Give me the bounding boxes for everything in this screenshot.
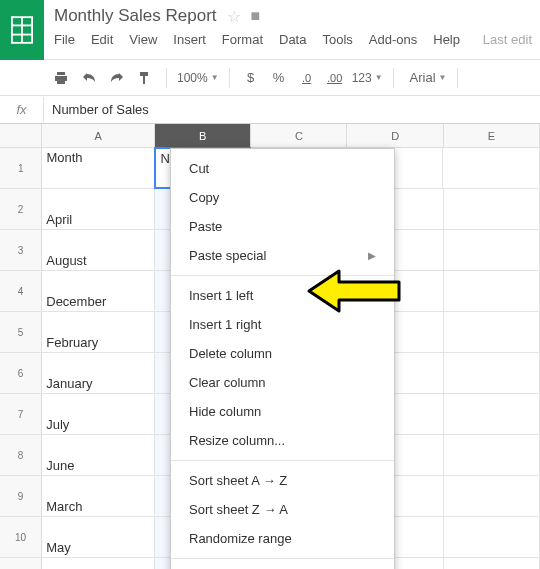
cell[interactable]	[444, 312, 540, 352]
cell[interactable]: January	[42, 353, 155, 393]
row-header[interactable]: 8	[0, 435, 42, 475]
menu-view[interactable]: View	[129, 32, 157, 47]
paint-format-icon[interactable]	[134, 67, 156, 89]
cell[interactable]: August	[42, 230, 155, 270]
context-menu: Cut Copy Paste Paste special▶ Insert 1 l…	[170, 148, 395, 569]
cell[interactable]	[444, 517, 540, 557]
zoom-select[interactable]: 100%▼	[177, 71, 219, 85]
row-header[interactable]: 11	[0, 558, 42, 569]
column-header-c[interactable]: C	[251, 124, 347, 147]
menu-help[interactable]: Help	[433, 32, 460, 47]
submenu-arrow-icon: ▶	[368, 250, 376, 261]
star-icon[interactable]: ☆	[227, 7, 241, 26]
context-paste[interactable]: Paste	[171, 212, 394, 241]
cell[interactable]	[444, 394, 540, 434]
menu-separator	[171, 460, 394, 461]
font-select[interactable]: Arial▼	[410, 70, 447, 85]
context-paste-special[interactable]: Paste special▶	[171, 241, 394, 270]
row-header[interactable]: 5	[0, 312, 42, 352]
currency-button[interactable]: $	[240, 67, 262, 89]
percent-button[interactable]: %	[268, 67, 290, 89]
cell[interactable]	[443, 148, 540, 188]
cell[interactable]	[444, 558, 540, 569]
increase-decimal-button[interactable]: .00	[324, 67, 346, 89]
column-header-a[interactable]: A	[42, 124, 155, 147]
row-header[interactable]: 10	[0, 517, 42, 557]
cell[interactable]	[444, 271, 540, 311]
cell[interactable]: February	[42, 312, 155, 352]
row-header[interactable]: 9	[0, 476, 42, 516]
menu-edit[interactable]: Edit	[91, 32, 113, 47]
folder-icon[interactable]: ■	[251, 7, 261, 25]
last-edit-link[interactable]: Last edit	[483, 32, 540, 47]
context-copy[interactable]: Copy	[171, 183, 394, 212]
menu-bar: File Edit View Insert Format Data Tools …	[54, 32, 540, 47]
cell[interactable]: November	[42, 558, 155, 569]
cell[interactable]: Month	[42, 148, 155, 188]
undo-icon[interactable]	[78, 67, 100, 89]
menu-tools[interactable]: Tools	[322, 32, 352, 47]
number-format-select[interactable]: 123▼	[352, 71, 383, 85]
menu-separator	[171, 558, 394, 559]
context-randomize[interactable]: Randomize range	[171, 524, 394, 553]
row-header[interactable]: 6	[0, 353, 42, 393]
context-sort-za[interactable]: Sort sheet Z → A	[171, 495, 394, 524]
annotation-arrow-icon	[304, 268, 404, 317]
column-header-b[interactable]: B	[155, 124, 251, 147]
menu-addons[interactable]: Add-ons	[369, 32, 417, 47]
context-delete-column[interactable]: Delete column	[171, 339, 394, 368]
cell[interactable]	[444, 353, 540, 393]
cell[interactable]: April	[42, 189, 155, 229]
cell[interactable]	[444, 230, 540, 270]
cell[interactable]: December	[42, 271, 155, 311]
menu-data[interactable]: Data	[279, 32, 306, 47]
decrease-decimal-button[interactable]: .0	[296, 67, 318, 89]
context-hide-column[interactable]: Hide column	[171, 397, 394, 426]
row-header[interactable]: 3	[0, 230, 42, 270]
menu-format[interactable]: Format	[222, 32, 263, 47]
cell[interactable]: March	[42, 476, 155, 516]
toolbar: 100%▼ $ % .0 .00 123▼ Arial▼	[0, 60, 540, 96]
context-cut[interactable]: Cut	[171, 154, 394, 183]
document-title[interactable]: Monthly Sales Report	[54, 6, 217, 26]
row-header[interactable]: 1	[0, 148, 42, 188]
redo-icon[interactable]	[106, 67, 128, 89]
menu-insert[interactable]: Insert	[173, 32, 206, 47]
print-icon[interactable]	[50, 67, 72, 89]
sheets-logo[interactable]	[0, 0, 44, 60]
context-get-link[interactable]: Get link to this range	[171, 564, 394, 569]
cell[interactable]: June	[42, 435, 155, 475]
row-header[interactable]: 2	[0, 189, 42, 229]
formula-input[interactable]: Number of Sales	[44, 102, 540, 117]
cell[interactable]: May	[42, 517, 155, 557]
formula-bar: fx Number of Sales	[0, 96, 540, 124]
cell[interactable]	[444, 476, 540, 516]
select-all-corner[interactable]	[0, 124, 42, 147]
sheets-icon	[11, 16, 33, 44]
context-clear-column[interactable]: Clear column	[171, 368, 394, 397]
row-header[interactable]: 4	[0, 271, 42, 311]
row-header[interactable]: 7	[0, 394, 42, 434]
context-sort-az[interactable]: Sort sheet A → Z	[171, 466, 394, 495]
cell[interactable]: July	[42, 394, 155, 434]
cell[interactable]	[444, 189, 540, 229]
menu-file[interactable]: File	[54, 32, 75, 47]
fx-icon[interactable]: fx	[0, 97, 44, 122]
cell[interactable]	[444, 435, 540, 475]
column-header-d[interactable]: D	[347, 124, 443, 147]
column-header-e[interactable]: E	[444, 124, 540, 147]
app-header: Monthly Sales Report ☆ ■ File Edit View …	[0, 0, 540, 60]
context-resize-column[interactable]: Resize column...	[171, 426, 394, 455]
